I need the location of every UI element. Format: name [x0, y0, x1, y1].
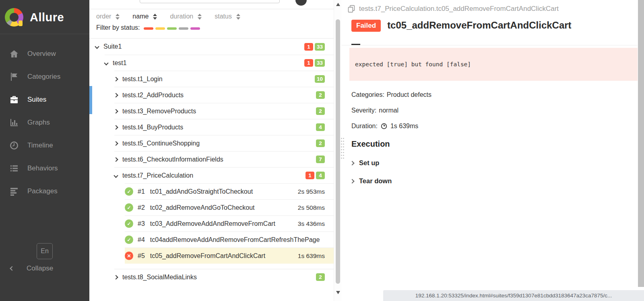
detail-scrollbar-thumb[interactable] — [638, 0, 644, 287]
copy-icon[interactable] — [347, 5, 355, 13]
scroll-up-arrow-icon[interactable] — [336, 3, 340, 6]
test-name: tc02_addRemoveAndGoToCheckout — [150, 204, 293, 211]
test-name: tc04addRemoveAddAndRemoveFromCartRefresh… — [150, 236, 320, 244]
language-button[interactable]: En — [37, 243, 53, 259]
failed-icon: ✕ — [125, 252, 133, 260]
active-nav-indicator — [89, 86, 92, 114]
home-icon — [9, 49, 19, 59]
tree-group-row[interactable]: Suite1133 — [89, 39, 334, 55]
test-case-row[interactable]: ✓#1tc01_addAndGoStraightToCheckout2s 953… — [89, 183, 334, 199]
count-badge-passed: 10 — [315, 75, 325, 83]
test-number: #1 — [138, 188, 145, 195]
chevron-right-icon — [114, 157, 118, 162]
execution-step[interactable]: Set up — [342, 159, 644, 167]
chevron-right-icon — [114, 141, 118, 145]
status-filter-badge-unknown[interactable] — [190, 27, 200, 30]
group-label: tests.t4_BuyProducts — [122, 124, 183, 131]
sort-column-status[interactable]: status — [215, 13, 240, 20]
chevron-right-icon — [114, 77, 118, 81]
tree-group-row[interactable]: tests.t7_PriceCalculation14 — [89, 167, 334, 183]
passed-icon: ✓ — [125, 219, 133, 228]
test-number: #2 — [138, 204, 145, 211]
detail-scrollbar[interactable] — [638, 0, 644, 301]
status-filter-badge-broken[interactable] — [155, 27, 165, 30]
group-label: tests.t3_RemoveProducts — [122, 108, 196, 115]
filter-label: Filter by status: — [96, 24, 140, 31]
group-label: tests.t5_ContinueShopping — [122, 140, 200, 147]
chevron-right-icon — [114, 109, 118, 113]
sidebar-item-packages[interactable]: Packages — [0, 180, 89, 203]
count-badge-passed: 33 — [315, 59, 325, 67]
tree-group-row[interactable]: tests.t3_RemoveProducts2 — [89, 103, 334, 119]
brand: Allure — [0, 0, 89, 34]
execution-heading: Execution — [342, 138, 644, 149]
status-filter-badge-skipped[interactable] — [179, 27, 188, 30]
sidebar-item-graphs[interactable]: Graphs — [0, 111, 89, 134]
sidebar-item-suites[interactable]: Suites — [0, 88, 89, 111]
group-badges: 133 — [304, 59, 325, 67]
test-number: #3 — [138, 220, 145, 227]
filter-row: Filter by status: — [89, 23, 334, 36]
list-icon — [9, 163, 19, 174]
status-filter-badge-passed[interactable] — [167, 27, 177, 30]
passed-icon: ✓ — [125, 187, 133, 196]
count-badge-passed: 7 — [316, 156, 325, 163]
chevron-down-icon — [104, 61, 108, 65]
test-case-row[interactable]: ✓#3tc03_AddRemoveAddAndRemoveFromCart3s … — [89, 215, 334, 231]
tree-group-row[interactable]: tests.t8_SocialMediaLinks2 — [89, 269, 334, 285]
tree-group-row[interactable]: tests.t1_Login10 — [89, 71, 334, 87]
detail-field: Duration: 1s 639ms — [351, 123, 644, 130]
breadcrumb-text: tests.t7_PriceCalculation.tc05_addRemove… — [359, 5, 559, 13]
align-left-icon — [9, 186, 19, 197]
count-badge-failed: 1 — [304, 59, 313, 67]
sidebar-item-timeline[interactable]: Timeline — [0, 134, 89, 157]
group-badges: 2 — [316, 107, 325, 115]
tree-group-row[interactable]: tests.t2_AddProducts2 — [89, 87, 334, 103]
chevron-down-icon — [95, 44, 99, 49]
test-case-row[interactable]: ✓#4tc04addRemoveAddAndRemoveFromCartRefr… — [89, 231, 334, 248]
flag-icon — [9, 72, 19, 82]
suites-tree-panel: order name duration status Filter by sta… — [89, 0, 334, 301]
status-filter-badge-failed[interactable] — [144, 27, 153, 30]
sort-column-duration[interactable]: duration — [170, 13, 202, 20]
group-label: tests.t6_CheckoutInformationFields — [122, 156, 223, 163]
panel-resize-handle[interactable] — [341, 137, 345, 160]
sort-column-order[interactable]: order — [96, 13, 120, 20]
group-badges: 133 — [304, 43, 325, 51]
scroll-down-arrow-icon[interactable] — [336, 291, 340, 294]
tree-group-row[interactable]: test1133 — [89, 55, 334, 71]
collapse-button[interactable]: Collapse — [10, 264, 53, 272]
sidebar-item-overview[interactable]: Overview — [0, 42, 89, 65]
sort-arrows-icon — [153, 14, 157, 20]
error-message-box[interactable]: expected [true] but found [false] — [349, 48, 638, 81]
sidebar-item-categories[interactable]: Categories — [0, 65, 89, 88]
group-badges: 10 — [315, 75, 325, 83]
tab-overview[interactable] — [351, 39, 360, 45]
chevron-right-icon — [350, 161, 354, 165]
tree-scrollbar-thumb[interactable] — [336, 19, 340, 284]
test-name: tc03_AddRemoveAddAndRemoveFromCart — [150, 220, 293, 227]
chevron-down-icon — [114, 173, 118, 178]
count-badge-passed: 2 — [316, 107, 325, 115]
count-badge-failed: 1 — [305, 172, 314, 179]
search-input[interactable] — [140, 0, 280, 3]
detail-field: Severity: normal — [351, 107, 644, 114]
sidebar-item-behaviors[interactable]: Behaviors — [0, 157, 89, 180]
test-case-row[interactable]: ✕#5tc05_addRemoveFromCartAndClickCart1s … — [89, 248, 334, 264]
search-toggle-button[interactable] — [295, 0, 307, 6]
tree-group-row[interactable]: tests.t5_ContinueShopping2 — [89, 135, 334, 151]
sort-column-name[interactable]: name — [132, 13, 157, 20]
test-tree: Suite1133 test1133 tests.t1_Login10 test… — [89, 38, 334, 285]
execution-step[interactable]: Tear down — [342, 177, 644, 185]
test-name: tc01_addAndGoStraightToCheckout — [150, 188, 293, 195]
clock-icon — [9, 140, 19, 151]
test-case-row[interactable]: ✓#2tc02_addRemoveAndGoToCheckout2s 508ms — [89, 199, 334, 215]
count-badge-passed: 2 — [316, 139, 325, 147]
count-badge-passed: 2 — [316, 91, 325, 99]
sidebar-nav: Overview Categories Suites Graphs Timeli… — [0, 34, 89, 203]
tree-group-row[interactable]: tests.t4_BuyProducts4 — [89, 119, 334, 135]
chevron-right-icon — [350, 179, 354, 183]
tree-group-row[interactable]: tests.t6_CheckoutInformationFields7 — [89, 151, 334, 167]
detail-tabs — [342, 32, 644, 45]
chevron-right-icon — [114, 93, 118, 97]
